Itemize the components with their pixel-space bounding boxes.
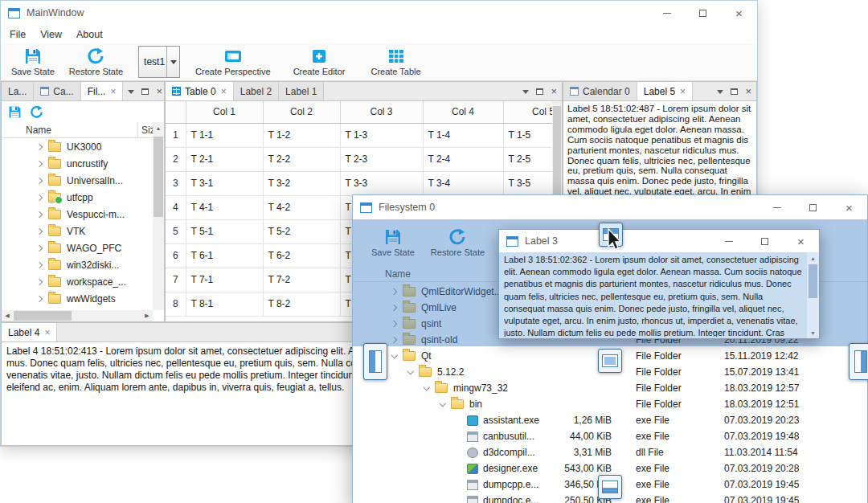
- tab-calendar-0[interactable]: Calendar 0: [563, 82, 637, 100]
- tab-la[interactable]: La...: [2, 82, 34, 100]
- tab-close-icon[interactable]: ×: [110, 87, 116, 96]
- label3-titlebar[interactable]: Label 3 ×: [499, 230, 819, 252]
- column-header[interactable]: Col 2: [263, 101, 340, 123]
- tree-item[interactable]: workspace_...: [2, 273, 153, 290]
- maximize-button[interactable]: [685, 1, 721, 25]
- close-button[interactable]: ×: [721, 1, 757, 25]
- tree-item[interactable]: VTK: [2, 223, 153, 239]
- tab-menu-chevron-icon[interactable]: [522, 90, 529, 97]
- vertical-scrollbar[interactable]: ▲: [153, 122, 164, 310]
- size-column-header[interactable]: Size: [141, 125, 153, 136]
- tree-item[interactable]: win32diski...: [2, 256, 153, 273]
- expand-chevron-icon[interactable]: [37, 246, 48, 251]
- expand-chevron-icon[interactable]: [37, 145, 48, 149]
- scroll-left-icon[interactable]: ◀: [2, 310, 13, 321]
- dock-indicator-right-icon[interactable]: [849, 343, 868, 380]
- maximize-button[interactable]: [795, 195, 831, 219]
- row-number-header[interactable]: [166, 101, 186, 123]
- tree-item[interactable]: UniversalIn...: [2, 172, 153, 189]
- file-row[interactable]: binFile Folder18.03.2019 12:51: [353, 396, 867, 412]
- restore-icon[interactable]: [30, 105, 43, 119]
- undock-icon[interactable]: [731, 88, 738, 95]
- expand-chevron-icon[interactable]: [37, 280, 48, 284]
- menu-item-file[interactable]: File: [2, 29, 33, 40]
- create-perspective-button[interactable]: Create Perspective: [188, 44, 278, 80]
- tab-label-5[interactable]: Label 5×: [637, 82, 693, 100]
- tab-label-4[interactable]: Label 4×: [2, 323, 57, 341]
- name-column-header[interactable]: Name: [26, 125, 51, 136]
- vertical-scrollbar[interactable]: ▲ ▼: [807, 252, 819, 338]
- scrollbar-thumb[interactable]: [154, 137, 163, 217]
- tab-close-icon[interactable]: ×: [221, 87, 227, 96]
- expand-chevron-icon[interactable]: [391, 354, 403, 358]
- tree-item[interactable]: utfcpp: [2, 189, 153, 206]
- horizontal-scrollbar[interactable]: ◀ ▶: [2, 310, 153, 321]
- tree-column-header[interactable]: Name Size: [2, 122, 153, 138]
- expand-chevron-icon[interactable]: [424, 386, 435, 391]
- tab-menu-chevron-icon[interactable]: [717, 90, 723, 97]
- expand-chevron-icon[interactable]: [37, 178, 48, 183]
- tree-item[interactable]: wwWidgets: [2, 290, 153, 307]
- tab-close-icon[interactable]: ×: [44, 328, 50, 337]
- create-editor-button[interactable]: Create Editor: [286, 44, 353, 80]
- dock-indicator-left-icon[interactable]: [363, 343, 387, 380]
- save-state-button[interactable]: Save State: [4, 44, 62, 80]
- scroll-up-icon[interactable]: ▲: [807, 252, 819, 264]
- menu-item-view[interactable]: View: [33, 29, 69, 40]
- file-row[interactable]: canbusutil...44,00 KiBexe File07.03.2019…: [353, 428, 867, 444]
- expand-chevron-icon[interactable]: [37, 195, 48, 200]
- tab-table-0[interactable]: Table 0×: [166, 82, 234, 100]
- dock-indicator-center-icon[interactable]: [598, 349, 622, 373]
- perspective-combobox[interactable]: test1: [138, 46, 180, 78]
- expand-chevron-icon[interactable]: [407, 370, 419, 374]
- main-window-titlebar[interactable]: MainWindow ×: [1, 1, 757, 25]
- column-header[interactable]: Col 4: [423, 101, 503, 123]
- tab-menu-chevron-icon[interactable]: [128, 90, 134, 97]
- tree-item[interactable]: WAGO_PFC: [2, 239, 153, 256]
- combobox-dropdown-button[interactable]: [166, 47, 179, 77]
- expand-chevron-icon[interactable]: [37, 162, 48, 166]
- create-table-button[interactable]: Create Table: [363, 44, 428, 80]
- close-button[interactable]: ×: [783, 230, 819, 252]
- column-header[interactable]: Col 1: [186, 101, 263, 123]
- file-row[interactable]: designer.exe543,00 KiBexe File07.03.2019…: [353, 460, 867, 476]
- dock-close-icon[interactable]: ×: [156, 86, 162, 96]
- expand-chevron-icon[interactable]: [37, 229, 48, 234]
- undock-icon[interactable]: [141, 88, 149, 95]
- file-row[interactable]: d3dcompil...3,31 MiBdll File11.03.2014 1…: [353, 444, 867, 460]
- close-button[interactable]: ×: [831, 195, 867, 219]
- file-row[interactable]: mingw73_32File Folder18.03.2019 12:57: [353, 380, 867, 396]
- expand-chevron-icon[interactable]: [37, 263, 48, 268]
- expand-chevron-icon[interactable]: [37, 212, 48, 217]
- column-header[interactable]: Col 3: [340, 101, 423, 123]
- tab-ca[interactable]: Ca...: [34, 82, 80, 100]
- table-row[interactable]: 2T 2-1T 2-2T 2-3T 2-4T 2-5: [166, 147, 552, 171]
- scrollbar-thumb[interactable]: [809, 264, 817, 298]
- filesystem-titlebar[interactable]: Filesystem 0 ×: [353, 195, 867, 219]
- scroll-down-icon[interactable]: ▼: [807, 327, 819, 338]
- tree-item[interactable]: uncrustify: [2, 155, 153, 172]
- scrollbar-thumb[interactable]: [14, 311, 72, 321]
- minimize-button[interactable]: [649, 1, 685, 25]
- dock-close-icon[interactable]: ×: [551, 86, 557, 96]
- dock-close-icon[interactable]: ×: [745, 86, 751, 96]
- expand-chevron-icon[interactable]: [37, 296, 48, 301]
- file-row[interactable]: assistant.exe1,26 MiBexe File07.03.2019 …: [353, 412, 867, 428]
- save-icon[interactable]: [8, 105, 22, 119]
- restore-state-button[interactable]: Restore State: [62, 44, 130, 80]
- tree-item[interactable]: Vespucci-m...: [2, 206, 153, 223]
- tab-label-1[interactable]: Label 1: [279, 82, 324, 100]
- scroll-right-icon[interactable]: ▶: [141, 310, 153, 321]
- tree-item[interactable]: UK3000: [2, 138, 153, 155]
- table-row[interactable]: 1T 1-1T 1-2T 1-3T 1-4T 1-5: [166, 123, 552, 147]
- menu-item-about[interactable]: About: [69, 29, 110, 40]
- table-row[interactable]: 3T 3-1T 3-2T 3-3T 3-4T 3-5: [166, 171, 552, 195]
- column-separator[interactable]: [137, 122, 138, 137]
- tab-close-icon[interactable]: ×: [680, 87, 686, 96]
- undock-icon[interactable]: [536, 88, 543, 95]
- dock-indicator-bottom-icon[interactable]: [598, 475, 622, 499]
- minimize-button[interactable]: [759, 195, 795, 219]
- minimize-button[interactable]: [710, 230, 747, 252]
- label3-window[interactable]: Label 3 × Label 3 18:51:02:362 - Lorem i…: [498, 229, 820, 339]
- expand-chevron-icon[interactable]: [440, 402, 451, 407]
